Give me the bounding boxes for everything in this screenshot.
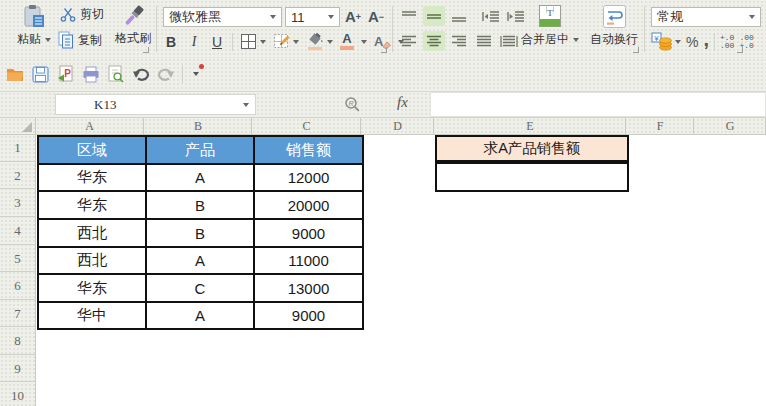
clipboard-dialog-launcher[interactable] xyxy=(143,47,149,53)
justify-button[interactable] xyxy=(473,31,495,51)
row-header-5[interactable]: 5 xyxy=(0,246,35,272)
insert-function-button[interactable]: fx xyxy=(397,94,408,111)
align-middle-button[interactable] xyxy=(423,6,445,26)
shrink-font-button[interactable]: A− xyxy=(368,8,384,25)
table-header-cell[interactable]: 销售额 xyxy=(255,137,362,163)
table-data-cell[interactable]: 11000 xyxy=(255,248,362,273)
column-header-F[interactable]: F xyxy=(627,118,694,135)
table-data-cell[interactable]: B xyxy=(147,192,253,218)
align-right-button[interactable] xyxy=(448,31,470,51)
align-center-button[interactable] xyxy=(423,31,445,51)
underline-button[interactable]: U xyxy=(209,34,225,50)
table-header-cell[interactable]: 区域 xyxy=(39,137,145,163)
currency-format-button[interactable]: ¥ xyxy=(651,32,681,51)
font-dialog-launcher[interactable] xyxy=(381,47,387,53)
table-data-cell[interactable]: 9000 xyxy=(255,303,362,328)
table-data-cell[interactable]: A xyxy=(147,165,253,190)
paste-button[interactable]: 粘贴 xyxy=(10,3,58,54)
column-header-B[interactable]: B xyxy=(145,118,252,135)
table-data-cell[interactable]: 华东 xyxy=(39,275,145,301)
table-data-cell[interactable]: 华东 xyxy=(39,192,145,218)
redo-button[interactable] xyxy=(154,62,177,86)
cut-button[interactable]: 剪切 xyxy=(60,6,104,23)
align-bottom-button[interactable] xyxy=(448,6,470,26)
row-header-7[interactable]: 7 xyxy=(0,301,35,327)
customize-toolbar-button[interactable] xyxy=(188,62,204,86)
font-color-caret[interactable] xyxy=(361,40,367,44)
table-data-cell[interactable]: 华中 xyxy=(39,303,145,328)
task-value-cell[interactable] xyxy=(437,164,627,190)
select-all-corner[interactable] xyxy=(0,118,36,134)
column-header-C[interactable]: C xyxy=(253,118,361,135)
row-header-3[interactable]: 3 xyxy=(0,190,35,217)
column-header-A[interactable]: A xyxy=(36,118,144,135)
distribute-button[interactable] xyxy=(498,31,520,51)
table-data-cell[interactable]: 西北 xyxy=(39,220,145,246)
font-family-combo[interactable]: 微软雅黑 xyxy=(163,7,282,27)
row-header-4[interactable]: 4 xyxy=(0,218,35,245)
table-data-cell[interactable]: C xyxy=(147,275,253,301)
row-header-1[interactable]: 1 xyxy=(0,135,35,162)
fill-bucket-icon xyxy=(306,32,325,51)
font-color-button[interactable]: A xyxy=(340,33,354,50)
open-file-button[interactable] xyxy=(4,62,27,86)
merge-center-button[interactable]: T 合并居中 xyxy=(518,4,582,48)
print-button[interactable] xyxy=(79,62,102,86)
table-data-cell[interactable]: 20000 xyxy=(255,192,362,218)
notification-red-dot xyxy=(199,64,204,69)
number-format-combo[interactable]: 常规 xyxy=(651,7,761,27)
table-data-cell[interactable]: A xyxy=(147,248,253,273)
draw-border-button[interactable] xyxy=(273,33,299,50)
row-header-2[interactable]: 2 xyxy=(0,163,35,189)
task-title-cell[interactable]: 求A产品销售额 xyxy=(437,137,627,160)
row-header-8[interactable]: 8 xyxy=(0,328,35,355)
decrease-indent-button[interactable] xyxy=(480,6,502,26)
copy-button[interactable]: 复制 xyxy=(58,31,102,49)
search-icon[interactable]: R xyxy=(344,96,361,113)
bold-button[interactable]: B xyxy=(163,34,179,50)
table-data-cell[interactable]: 华东 xyxy=(39,165,145,190)
table-data-cell[interactable]: 12000 xyxy=(255,165,362,190)
table-data-cell[interactable]: 9000 xyxy=(255,220,362,246)
paste-clipboard-icon xyxy=(22,3,46,29)
group-separator xyxy=(392,6,393,52)
italic-button[interactable]: I xyxy=(186,34,202,50)
align-top-button[interactable] xyxy=(398,6,420,26)
table-header-cell[interactable]: 产品 xyxy=(147,137,253,163)
comma-format-button[interactable]: , xyxy=(703,34,709,44)
formula-input[interactable] xyxy=(430,92,766,117)
table-data-cell[interactable]: 西北 xyxy=(39,248,145,273)
print-preview-button[interactable] xyxy=(104,62,127,86)
svg-text:P: P xyxy=(64,68,71,79)
export-pdf-button[interactable]: P xyxy=(54,62,77,86)
wrap-text-button[interactable]: 自动换行 xyxy=(586,4,642,48)
row-header-6[interactable]: 6 xyxy=(0,273,35,300)
name-box[interactable]: K13 xyxy=(55,94,256,115)
fill-color-button[interactable] xyxy=(306,32,333,51)
export-pdf-icon: P xyxy=(57,65,74,83)
paste-label: 粘贴 xyxy=(17,31,41,48)
borders-button[interactable] xyxy=(240,33,266,50)
row-header-10[interactable]: 10 xyxy=(0,383,35,406)
table-data-cell[interactable]: 13000 xyxy=(255,275,362,301)
print-preview-icon xyxy=(107,65,124,83)
increase-decimal-button[interactable]: +.0.00 xyxy=(720,34,734,50)
font-size-combo[interactable]: 11 xyxy=(285,7,340,27)
borders-grid-icon xyxy=(240,33,257,50)
paste-caret[interactable] xyxy=(45,38,51,42)
column-header-E[interactable]: E xyxy=(435,118,626,135)
align-left-button[interactable] xyxy=(398,31,420,51)
format-painter-button[interactable]: 格式刷 xyxy=(112,2,154,47)
save-button[interactable] xyxy=(29,62,52,86)
column-header-G[interactable]: G xyxy=(695,118,766,135)
row-header-9[interactable]: 9 xyxy=(0,356,35,382)
alignment-dialog-launcher[interactable] xyxy=(633,47,639,53)
grow-font-button[interactable]: A+ xyxy=(345,8,361,25)
table-data-cell[interactable]: B xyxy=(147,220,253,246)
percent-format-button[interactable]: % xyxy=(686,34,698,50)
undo-button[interactable] xyxy=(129,62,152,86)
name-box-caret[interactable] xyxy=(243,103,249,107)
number-dialog-launcher[interactable] xyxy=(737,47,743,53)
column-header-D[interactable]: D xyxy=(362,118,434,135)
table-data-cell[interactable]: A xyxy=(147,303,253,328)
